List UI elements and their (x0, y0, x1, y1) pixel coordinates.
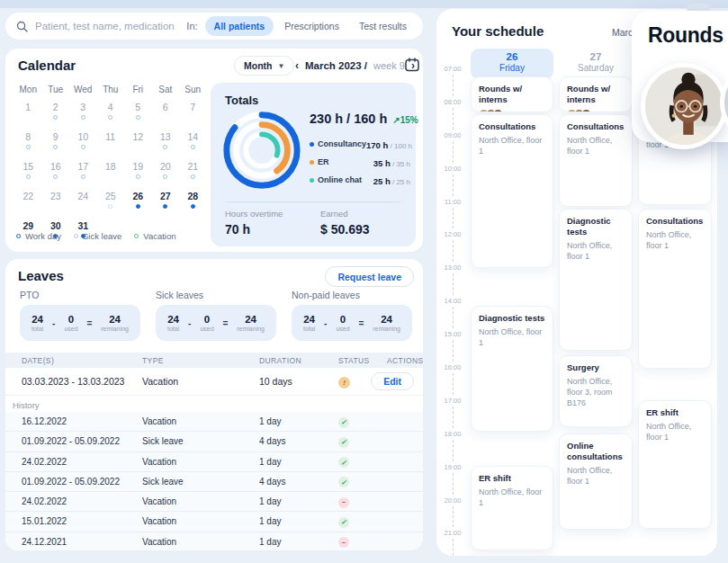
calendar-day-13[interactable]: 13 (152, 131, 180, 161)
calendar-day-25[interactable]: 25 (97, 191, 125, 220)
event-consultations[interactable]: ConsultationsNorth Office, floor 1 (638, 209, 712, 369)
row-duration: 1 day (259, 496, 281, 506)
event-consultations[interactable]: ConsultationsNorth Office, floor 1 (559, 114, 633, 207)
series-values: 170 h / 100 h (366, 136, 412, 152)
calendar-day-14[interactable]: 14 (179, 131, 207, 161)
event-diagnostic-tests[interactable]: Diagnostic testsNorth Office, floor 1 (559, 209, 633, 351)
event-er-shift[interactable]: ER shiftNorth Office, floor 1 (638, 400, 712, 529)
hour-dash-line (453, 307, 454, 328)
count-value: 24 (31, 314, 43, 325)
calendar-day-20[interactable]: 20 (152, 161, 180, 191)
hour-dash-line (453, 473, 454, 495)
calendar-day-3[interactable]: 3 (69, 102, 97, 131)
view-selector[interactable]: Month ▼ (234, 56, 294, 76)
calendar-day-15[interactable]: 15 (14, 161, 42, 191)
trend-value: 15% (400, 115, 418, 125)
prev-period-icon[interactable]: ‹ (295, 59, 299, 72)
day-number: 17 (69, 161, 97, 172)
row-dates: 01.09.2022 - 05.09.2022 (22, 436, 120, 446)
event-title: Consultations (567, 121, 625, 132)
event-surgery[interactable]: SurgeryNorth Office, floor 3, room B176 (559, 355, 633, 427)
hour-block: 16:00 (439, 363, 466, 397)
hour-label: 09:00 (445, 131, 462, 139)
calendar-day-1[interactable]: 1 (14, 102, 42, 131)
approved-icon: ✓ (338, 517, 349, 528)
hour-block: 15:00 (439, 330, 466, 363)
pending-status-icon: ! (338, 376, 350, 389)
day-header-saturday[interactable]: 27Saturday (559, 49, 633, 79)
day-number: 3 (69, 102, 97, 112)
edit-button[interactable]: Edit (371, 372, 414, 390)
legend-dot-icon (16, 234, 21, 238)
total-count: 24total (31, 314, 43, 332)
event-location: North Office, floor 1 (567, 465, 625, 487)
hour-dash-line (453, 240, 454, 262)
calendar-day-28[interactable]: 28 (179, 191, 207, 220)
leaves-title: Leaves (18, 268, 64, 283)
calendar-day-7[interactable]: 7 (179, 102, 207, 131)
event-er-shift[interactable]: ER shiftNorth Office, floor 1 (471, 466, 553, 550)
event-diagnostic-tests[interactable]: Diagnostic testsNorth Office, floor 1 (471, 306, 553, 432)
count-value: 0 (200, 314, 213, 325)
row-dates: 24.12.2021 (22, 537, 67, 547)
row-duration: 1 day (259, 516, 281, 526)
calendar-day-27[interactable]: 27 (152, 191, 180, 220)
calendar-day-8[interactable]: 8 (14, 131, 42, 161)
day-number: 13 (152, 131, 180, 142)
day-header-friday[interactable]: 26Friday (471, 49, 553, 79)
leave-counts: 24total-0used=24remianing (292, 305, 412, 341)
day-number: 26 (471, 51, 553, 62)
event-rounds-w-interns[interactable]: Rounds w/ interns (559, 76, 633, 112)
calendar-day-18[interactable]: 18 (97, 161, 125, 191)
calendar-day-26[interactable]: 26 (124, 191, 152, 220)
search-tabs: All patientsPrescriptionsTest results (205, 16, 416, 36)
period-nav: ‹ March 2023 / week 9 › (295, 56, 415, 76)
row-type: Vacation (142, 416, 176, 426)
minus-operator: - (188, 318, 191, 328)
hour-dash-line (453, 273, 454, 295)
count-sublabel: total (303, 326, 315, 332)
calendar-day-22[interactable]: 22 (14, 191, 42, 220)
hour-block: 19:00 (439, 463, 466, 496)
calendar-day-4[interactable]: 4 (97, 102, 125, 131)
calendar-day-11[interactable]: 11 (97, 131, 125, 161)
event-title: Diagnostic tests (567, 216, 625, 237)
event-rounds-w-interns[interactable]: Rounds w/ interns (471, 76, 553, 112)
calendar-day-16[interactable]: 16 (42, 161, 70, 191)
calendar-day-2[interactable]: 2 (42, 102, 70, 131)
day-number: 12 (124, 131, 152, 142)
pending-duration: 10 days (259, 376, 292, 387)
solid-day-dot (136, 204, 140, 209)
count-sublabel: used (336, 326, 349, 332)
total-count: 24total (167, 314, 179, 332)
denied-icon: − (338, 497, 349, 508)
earned-label: Earned (320, 209, 370, 219)
calendar-day-5[interactable]: 5 (124, 102, 152, 131)
calendar-picker-icon[interactable] (404, 57, 420, 73)
tab-prescriptions[interactable]: Prescriptions (275, 16, 348, 36)
tab-test-results[interactable]: Test results (350, 16, 416, 36)
used-count: 0used (336, 314, 349, 332)
calendar-day-10[interactable]: 10 (69, 131, 97, 161)
calendar-day-19[interactable]: 19 (124, 161, 152, 191)
search-input[interactable] (35, 21, 186, 31)
event-consultations[interactable]: ConsultationsNorth Office, floor 1 (471, 114, 553, 268)
calendar-day-17[interactable]: 17 (69, 161, 97, 191)
calendar-day-21[interactable]: 21 (179, 161, 207, 191)
calendar-day-6[interactable]: 6 (152, 102, 180, 131)
calendar-day-12[interactable]: 12 (124, 131, 152, 161)
hour-block: 14:00 (439, 297, 466, 330)
calendar-day-23[interactable]: 23 (42, 191, 70, 220)
calendar-day-9[interactable]: 9 (42, 131, 70, 161)
request-leave-button[interactable]: Request leave (325, 266, 414, 287)
totals-legend-row: ER35 h / 35 h (310, 153, 410, 171)
day-number: 2 (42, 102, 70, 112)
event-online-consultations[interactable]: Online consultationsNorth Office, floor … (559, 433, 633, 530)
count-value: 24 (167, 314, 179, 325)
tab-all-patients[interactable]: All patients (205, 16, 274, 36)
calendar-day-24[interactable]: 24 (69, 191, 97, 220)
day-number: 8 (14, 131, 42, 142)
count-sublabel: remianing (373, 326, 400, 332)
totals-headline: 230 h / 160 h (310, 112, 387, 126)
count-value: 0 (64, 314, 77, 325)
